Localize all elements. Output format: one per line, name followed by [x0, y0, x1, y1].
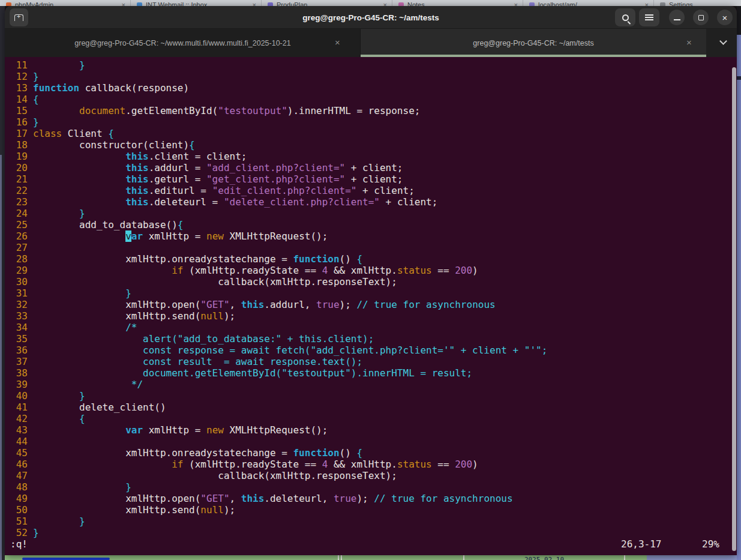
code-token: .geturl =	[149, 173, 206, 185]
line-number: 52	[10, 527, 28, 538]
tab-am-tests[interactable]: greg@greg-Pro-G45-CR: ~/am/tests	[361, 29, 706, 57]
background-date-text: 2025-02-10	[524, 556, 564, 560]
background-window-bottom-right-block	[647, 555, 737, 560]
code-token: )	[472, 459, 478, 470]
browser-tab-close-icon[interactable]: ×	[514, 1, 518, 6]
code-token: (xmlHttp.readyState ==	[183, 265, 322, 276]
line-number: 29	[10, 265, 28, 276]
code-token: xmlHttp.onreadystatechange =	[33, 253, 293, 265]
code-token: 4	[322, 459, 328, 470]
background-window-left-highlight	[0, 155, 2, 560]
code-token	[33, 151, 125, 162]
background-date-cell: 2025-02-10	[463, 555, 625, 560]
code-token: callback(response)	[79, 82, 189, 94]
code-line: 41 delete_client()	[10, 402, 737, 413]
code-line: 32 xmlHttp.open("GET", this.addurl, true…	[10, 299, 737, 310]
browser-tab[interactable]: phpMyAdmin×	[0, 0, 131, 6]
browser-tab-close-icon[interactable]: ×	[645, 1, 649, 6]
code-token: status	[397, 265, 432, 276]
code-token: (xmlHttp.readyState ==	[183, 459, 322, 470]
close-icon: ×	[722, 13, 728, 22]
code-token: }	[79, 59, 85, 71]
line-number: 18	[10, 139, 28, 151]
code-token	[33, 185, 125, 196]
vim-command: :q!	[10, 538, 28, 550]
line-number: 22	[10, 185, 28, 196]
tab-close-icon[interactable]: ×	[686, 37, 692, 48]
code-token: .addurl =	[149, 162, 206, 173]
code-token: && xmlHttp.	[328, 265, 397, 276]
tab-close-icon[interactable]: ×	[335, 37, 340, 48]
code-token: xmlHttp =	[143, 424, 206, 436]
code-token: "add_client.php?client="	[206, 162, 345, 173]
maximize-button[interactable]	[693, 10, 709, 25]
line-number: 47	[10, 470, 28, 481]
code-line: 49 xmlHttp.open("GET", this.deleteurl, t…	[10, 493, 737, 504]
code-token	[33, 265, 172, 276]
new-tab-icon	[14, 14, 23, 21]
code-line: 16}	[10, 116, 737, 128]
code-area: 11 }12}13function callback(response)14{1…	[10, 59, 737, 538]
code-token: this	[125, 185, 149, 196]
browser-tab-close-icon[interactable]: ×	[383, 1, 387, 6]
code-token: this	[241, 493, 265, 504]
code-token: .addurl,	[264, 299, 316, 310]
browser-tab[interactable]: INT Webmail :: Inbox×	[131, 0, 262, 6]
code-token: true	[334, 493, 357, 504]
vim-ruler: 26,3-17	[621, 538, 661, 550]
browser-tab-label: INT Webmail :: Inbox	[146, 1, 249, 6]
code-token: function	[293, 253, 339, 265]
browser-tab-close-icon[interactable]: ×	[253, 1, 256, 6]
code-line: 18 constructor(client){	[10, 139, 737, 151]
code-token: if	[172, 459, 183, 470]
code-line: 40 }	[10, 390, 737, 402]
browser-tab-close-icon[interactable]: ×	[122, 1, 125, 6]
code-token: }	[33, 527, 39, 538]
close-button[interactable]: ×	[717, 10, 733, 25]
line-number: 43	[10, 424, 28, 436]
menu-button[interactable]	[639, 8, 659, 26]
code-token: xmlHttp =	[143, 230, 206, 242]
browser-tab[interactable]: localhost/am/×	[523, 0, 654, 6]
code-token: xmlHttp.send(	[33, 310, 200, 322]
code-token: callback(xmlHttp.responseText);	[33, 276, 397, 288]
code-token: ar	[131, 230, 143, 242]
browser-tab[interactable]: ProduPlan×	[262, 0, 392, 6]
browser-tab[interactable]: Notes×	[392, 0, 523, 6]
code-line: 52}	[10, 527, 737, 538]
code-token: document	[79, 105, 125, 116]
hamburger-icon	[645, 14, 653, 20]
code-line: 12}	[10, 71, 737, 82]
code-token: ==	[432, 459, 455, 470]
code-token: var	[125, 424, 143, 436]
search-button[interactable]	[615, 8, 635, 26]
line-number: 45	[10, 447, 28, 459]
code-token: true	[316, 299, 340, 310]
code-line: 45 xmlHttp.onreadystatechange = function…	[10, 447, 737, 459]
maximize-icon	[698, 15, 704, 20]
code-token	[33, 173, 125, 185]
code-token: class	[33, 128, 62, 139]
line-number: 50	[10, 504, 28, 516]
code-token: // true for asynchronous	[374, 493, 512, 504]
terminal-tabbar: greg@greg-Pro-G45-CR: ~/www.multi.fi/www…	[5, 29, 737, 57]
new-tab-button[interactable]	[10, 8, 28, 26]
vim-editor[interactable]: 11 }12}13function callback(response)14{1…	[5, 57, 737, 555]
minimize-button[interactable]	[669, 10, 685, 25]
code-token: function	[293, 447, 339, 459]
code-token: document.getElementById("testoutput").in…	[33, 367, 472, 379]
code-token: constructor(client)	[33, 139, 189, 151]
code-line: 30 callback(xmlHttp.responseText);	[10, 276, 737, 288]
terminal-scrollbar[interactable]	[732, 67, 736, 551]
code-token: }	[79, 390, 85, 402]
code-token: {	[108, 128, 114, 139]
code-line: 15 document.getElementById("testoutput")…	[10, 105, 737, 116]
line-number: 20	[10, 162, 28, 173]
line-number: 37	[10, 356, 28, 367]
browser-tab[interactable]: Settings	[654, 0, 741, 6]
code-token: ==	[432, 265, 455, 276]
browser-tab-label: ProduPlan	[277, 1, 380, 6]
line-number: 30	[10, 276, 28, 288]
chevron-down-icon[interactable]	[719, 37, 727, 45]
tab-multi-fi[interactable]: greg@greg-Pro-G45-CR: ~/www.multi.fi/www…	[5, 29, 361, 57]
